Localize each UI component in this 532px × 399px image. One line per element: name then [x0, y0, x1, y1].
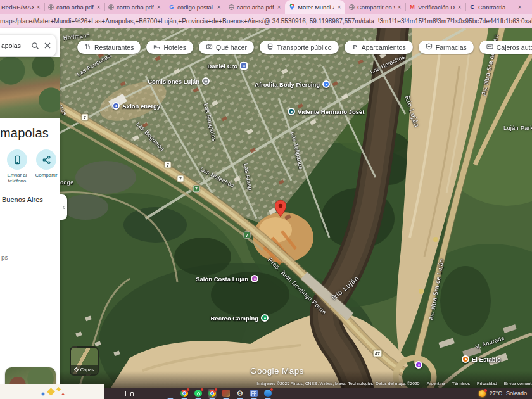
street-label: V. Andrade	[474, 334, 505, 350]
microsoft-365-taskbar-icon[interactable]	[138, 389, 147, 398]
browser-tab[interactable]: Compartir en Wh✕	[345, 0, 405, 14]
globe-favicon-icon	[108, 4, 114, 10]
street-label: Los Tulipanes	[290, 131, 304, 170]
share-button[interactable]: Compartir	[33, 149, 60, 184]
attribution-link[interactable]: Enviar comentarios	[504, 381, 532, 386]
calculator-glyph	[250, 390, 258, 397]
notification-badge	[214, 388, 218, 391]
send-to-phone-icon[interactable]	[7, 149, 27, 170]
chip-parking[interactable]: PAparcamientos	[345, 41, 413, 54]
windows-taskbar: ⚙ 27°C Soleado	[0, 388, 532, 399]
tab-close-icon[interactable]: ✕	[457, 4, 462, 10]
settings-taskbar-icon[interactable]: ⚙	[236, 389, 244, 398]
poi-pin-icon[interactable]	[288, 108, 295, 115]
clear-search-icon[interactable]	[44, 42, 51, 49]
poi-pin-icon[interactable]	[261, 314, 269, 322]
phone-link-taskbar-icon[interactable]	[263, 389, 272, 398]
widgets-button[interactable]	[0, 384, 104, 399]
browser-tab[interactable]: MVerificación Docu✕	[405, 0, 466, 14]
calculator-taskbar-icon[interactable]	[250, 389, 258, 398]
layers-button[interactable]: Capas	[70, 346, 99, 376]
maps-place-panel: mapolas Enviar al teléfono	[0, 28, 60, 388]
svg-text:P: P	[353, 44, 357, 50]
place-actions: Enviar al teléfono Compartir	[0, 149, 60, 184]
task-view-taskbar-icon[interactable]	[124, 389, 133, 398]
file-explorer-taskbar-icon[interactable]	[166, 389, 175, 398]
route-shield-icon: 7	[193, 186, 200, 193]
road-label: Pres. Juan Domingo Perón	[267, 256, 328, 316]
map-overlays: HoffmannLas AzucenasrresLas BegoniasLas …	[60, 28, 532, 388]
poi-label: El Establo	[472, 356, 501, 363]
street-label: Los Helechos	[200, 166, 236, 189]
send-to-phone-button[interactable]: Enviar al teléfono	[4, 149, 30, 184]
tab-close-icon[interactable]: ✕	[517, 4, 522, 10]
browser-tab[interactable]: CContractia✕	[466, 0, 526, 14]
poi-pin-icon[interactable]	[415, 361, 422, 369]
attribution-link[interactable]: Términos	[452, 381, 470, 386]
browser-tab[interactable]: carto arba.pdf✕	[104, 0, 165, 14]
water-label: Río Luján	[330, 274, 360, 301]
browser-tab[interactable]: Mater Mundi & L✕	[285, 0, 345, 14]
browser-tab[interactable]: carto arba.pdf✕	[44, 0, 104, 14]
chip-pharmacy[interactable]: Farmacias	[419, 41, 474, 54]
whatsapp-taskbar-icon[interactable]	[194, 389, 203, 398]
browser-tab[interactable]: carto arba.pdf✕	[225, 0, 285, 14]
tab-close-icon[interactable]: ✕	[36, 4, 41, 10]
browser-url-bar[interactable]: maps/place/Mater+Mundi+%26+Las+Amapolas,…	[0, 14, 532, 28]
route-shield-icon: 7	[244, 232, 251, 239]
browser-tab-bar: RedRE/MAX✕carto arba.pdf✕carto arba.pdf✕…	[0, 0, 532, 14]
task-view-glyph	[125, 391, 132, 396]
url-text[interactable]: maps/place/Mater+Mundi+%26+Las+Amapolas,…	[0, 18, 532, 25]
chrome-taskbar-icon[interactable]	[180, 389, 189, 398]
chip-hotel[interactable]: Hoteles	[146, 41, 193, 54]
poi-pin-icon[interactable]	[240, 62, 248, 70]
chip-label: Restaurantes	[94, 44, 134, 51]
tab-close-icon[interactable]: ✕	[277, 4, 281, 10]
tab-title: RedRE/MAX	[1, 4, 34, 11]
poi-pin-icon[interactable]	[251, 275, 258, 282]
collapse-side-panel-button[interactable]	[60, 194, 67, 220]
chip-restaurant[interactable]: Restaurantes	[77, 41, 141, 54]
app-red-taskbar-icon[interactable]	[222, 389, 231, 398]
poi-pin-icon[interactable]	[112, 102, 120, 110]
chip-transit[interactable]: Transporte público	[260, 41, 339, 54]
browser-tab[interactable]: Gcodigo postal de✕	[165, 0, 225, 14]
tab-close-icon[interactable]: ✕	[156, 4, 161, 10]
street-label: Las Amap	[243, 163, 253, 191]
poi-pin-icon[interactable]	[202, 77, 210, 85]
chrome-active-taskbar-icon[interactable]	[208, 389, 217, 398]
weather-widget[interactable]: 27°C Soleado	[479, 388, 527, 399]
attribution-link[interactable]: Privacidad	[477, 381, 497, 386]
chip-atm[interactable]: Cajeros automáticos	[479, 41, 532, 54]
map-canvas[interactable]: HoffmannLas AzucenasrresLas BegoniasLas …	[60, 28, 532, 388]
tab-close-icon[interactable]: ✕	[397, 4, 402, 10]
place-hero-photo[interactable]	[0, 57, 60, 118]
poi-label: Salón Costa Luján	[196, 276, 248, 282]
poi-pin-icon[interactable]	[462, 355, 469, 363]
maps-search-box[interactable]: apolas	[0, 35, 56, 56]
street-label: Las Amapolas	[203, 103, 218, 142]
street-label: odge	[60, 179, 74, 186]
tab-close-icon[interactable]: ✕	[217, 4, 221, 10]
poi-pin-icon[interactable]	[322, 80, 330, 88]
attribution-link[interactable]: Argentina	[427, 381, 445, 386]
panel-partial-text: ps	[1, 254, 60, 261]
tab-close-icon[interactable]: ✕	[337, 4, 341, 10]
chip-label: Transporte público	[277, 44, 332, 51]
tab-close-icon[interactable]: ✕	[96, 4, 101, 10]
desktop-screen: RedRE/MAX✕carto arba.pdf✕carto arba.pdf✕…	[0, 0, 532, 399]
street-label: Hoffmann	[63, 32, 90, 41]
browser-tab[interactable]: RedRE/MAX✕	[0, 0, 44, 14]
chip-label: Hoteles	[163, 44, 186, 51]
contractia-favicon-icon: C	[469, 4, 476, 10]
chip-camera[interactable]: Qué hacer	[199, 41, 254, 54]
microsoft-store-taskbar-icon[interactable]	[152, 389, 161, 398]
map-attribution: Imágenes ©2025 Airbus, CNES / Airbus, Ma…	[256, 381, 532, 386]
chip-label: Qué hacer	[216, 44, 247, 51]
selected-place-marker[interactable]	[275, 200, 286, 219]
notification-badge	[186, 388, 190, 391]
search-input[interactable]: apolas	[1, 42, 31, 49]
search-icon[interactable]	[31, 42, 39, 50]
share-icon[interactable]	[36, 149, 56, 170]
chip-label: Farmacias	[436, 44, 467, 51]
